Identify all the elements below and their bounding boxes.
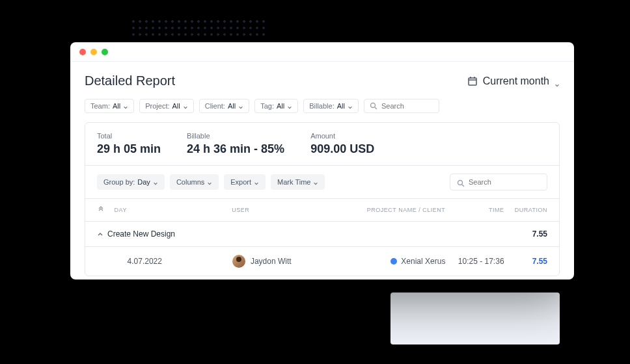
row-day: 4.07.2022 (115, 257, 232, 266)
table-group-row[interactable]: Create New Design 7.55 (85, 222, 559, 247)
stat-total: Total 29 h 05 min (97, 132, 187, 156)
chevron-down-icon (287, 103, 292, 109)
col-header-duration[interactable]: DURATION (504, 207, 547, 213)
chevron-down-icon (555, 79, 560, 84)
filter-search[interactable] (364, 99, 439, 113)
row-user: Jaydon Witt (251, 257, 292, 266)
filter-billable[interactable]: Billable: All (303, 99, 359, 113)
group-name: Create New Design (107, 229, 175, 239)
project-color-dot (390, 258, 397, 265)
filter-tag[interactable]: Tag: All (254, 99, 298, 113)
stat-amount: Amount 909.00 USD (310, 132, 400, 156)
app-window: Detailed Report Current month Team: All … (70, 42, 574, 280)
chevron-down-icon (123, 103, 128, 109)
col-header-user[interactable]: USER (232, 207, 343, 213)
chevron-down-icon (348, 103, 353, 109)
export-button[interactable]: Export (224, 174, 266, 190)
chevron-down-icon (153, 179, 158, 185)
date-range-label: Current month (483, 75, 549, 87)
filter-team[interactable]: Team: All (85, 99, 134, 113)
calendar-icon (467, 76, 478, 86)
mark-time-button[interactable]: Mark Time (271, 174, 325, 190)
filter-client[interactable]: Client: All (199, 99, 249, 113)
chevron-up-icon[interactable] (97, 231, 103, 237)
table-search-input[interactable] (469, 178, 540, 186)
search-icon (457, 178, 465, 186)
group-by-button[interactable]: Group by: Day (97, 174, 165, 190)
filter-project[interactable]: Project: All (139, 99, 194, 113)
group-duration: 7.55 (502, 229, 547, 239)
minimize-window-button[interactable] (90, 49, 97, 55)
table-row[interactable]: 4.07.2022 Jaydon Witt Xenial Xerus 10:25… (85, 247, 559, 276)
close-window-button[interactable] (79, 49, 86, 55)
row-project: Xenial Xerus (401, 257, 445, 266)
expand-all-icon[interactable] (97, 205, 105, 213)
search-icon (370, 102, 377, 110)
columns-button[interactable]: Columns (170, 174, 219, 190)
row-time: 10:25 - 17:36 (445, 257, 504, 266)
table-header: DAY USER PROJECT NAME / CLIENT TIME DURA… (85, 199, 559, 222)
search-input[interactable] (381, 102, 433, 110)
chevron-down-icon (254, 179, 259, 185)
avatar (232, 255, 245, 268)
chevron-down-icon (238, 103, 243, 109)
table-search[interactable] (450, 174, 547, 190)
report-panel: Total 29 h 05 min Billable 24 h 36 min -… (85, 122, 560, 276)
col-header-time[interactable]: TIME (445, 207, 504, 213)
stat-billable: Billable 24 h 36 min - 85% (187, 132, 310, 156)
maximize-window-button[interactable] (102, 49, 108, 55)
chevron-down-icon (207, 179, 212, 185)
svg-point-2 (458, 181, 463, 185)
row-duration: 7.55 (504, 257, 547, 266)
col-header-project[interactable]: PROJECT NAME / CLIENT (343, 207, 445, 213)
titlebar (70, 42, 574, 62)
page-title: Detailed Report (85, 73, 175, 88)
chevron-down-icon (183, 103, 188, 109)
col-header-day[interactable]: DAY (115, 207, 232, 213)
date-range-selector[interactable]: Current month (467, 75, 560, 87)
chevron-down-icon (313, 179, 318, 185)
svg-point-1 (370, 103, 375, 108)
svg-rect-0 (469, 78, 476, 85)
